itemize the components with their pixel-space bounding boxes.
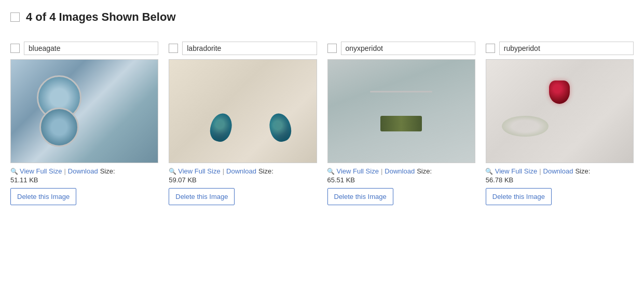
image-thumbnail-labradorite bbox=[169, 59, 317, 163]
separator-rubyperidot: | bbox=[539, 167, 541, 175]
magnify-icon-onyxperidot: 🔍 bbox=[327, 168, 335, 175]
size-value-onyxperidot: 65.51 KB bbox=[327, 176, 475, 184]
image-name-input-blueagate[interactable] bbox=[24, 42, 158, 55]
image-thumbnail-onyxperidot bbox=[327, 59, 475, 163]
page-title: 4 of 4 Images Shown Below bbox=[26, 10, 176, 24]
magnify-icon-rubyperidot: 🔍 bbox=[486, 168, 493, 175]
checkbox-labradorite[interactable] bbox=[169, 44, 178, 53]
checkbox-onyxperidot[interactable] bbox=[327, 44, 337, 53]
image-card-blueagate: 🔍 View Full Size | Download Size: 51.11 … bbox=[10, 42, 158, 205]
info-row-onyxperidot: 🔍 View Full Size | Download Size: bbox=[327, 167, 475, 175]
delete-button-blueagate[interactable]: Delete this Image bbox=[10, 188, 76, 205]
magnify-icon-labradorite: 🔍 bbox=[169, 168, 176, 175]
info-row-blueagate: 🔍 View Full Size | Download Size: bbox=[10, 167, 158, 175]
delete-button-labradorite[interactable]: Delete this Image bbox=[169, 188, 235, 205]
view-full-size-link-blueagate[interactable]: View Full Size bbox=[20, 167, 62, 175]
select-all-checkbox[interactable] bbox=[10, 12, 20, 22]
size-value-rubyperidot: 56.78 KB bbox=[486, 176, 634, 184]
view-full-size-link-onyxperidot[interactable]: View Full Size bbox=[337, 167, 379, 175]
view-full-size-link-labradorite[interactable]: View Full Size bbox=[178, 167, 220, 175]
images-grid: 🔍 View Full Size | Download Size: 51.11 … bbox=[10, 42, 634, 205]
size-value-labradorite: 59.07 KB bbox=[169, 176, 317, 184]
view-full-size-link-rubyperidot[interactable]: View Full Size bbox=[495, 167, 537, 175]
image-info-labradorite: 🔍 View Full Size | Download Size: 59.07 … bbox=[169, 167, 317, 184]
image-label-row-blueagate bbox=[10, 42, 158, 55]
image-label-row-labradorite bbox=[169, 42, 317, 55]
image-card-labradorite: 🔍 View Full Size | Download Size: 59.07 … bbox=[169, 42, 317, 205]
size-label-labradorite: Size: bbox=[258, 167, 273, 175]
image-label-row-rubyperidot bbox=[486, 42, 634, 55]
info-row-labradorite: 🔍 View Full Size | Download Size: bbox=[169, 167, 317, 175]
delete-button-onyxperidot[interactable]: Delete this Image bbox=[327, 188, 393, 205]
info-row-rubyperidot: 🔍 View Full Size | Download Size: bbox=[486, 167, 634, 175]
checkbox-blueagate[interactable] bbox=[10, 44, 20, 53]
image-thumbnail-blueagate bbox=[10, 59, 158, 163]
size-label-onyxperidot: Size: bbox=[417, 167, 432, 175]
separator-labradorite: | bbox=[223, 167, 224, 175]
image-label-row-onyxperidot bbox=[327, 42, 475, 55]
image-card-onyxperidot: 🔍 View Full Size | Download Size: 65.51 … bbox=[327, 42, 475, 205]
size-label-blueagate: Size: bbox=[100, 167, 115, 175]
image-thumbnail-rubyperidot bbox=[486, 59, 634, 163]
separator-onyxperidot: | bbox=[381, 167, 382, 175]
image-name-input-labradorite[interactable] bbox=[182, 42, 317, 55]
magnify-icon-blueagate: 🔍 bbox=[10, 168, 18, 175]
delete-button-rubyperidot[interactable]: Delete this Image bbox=[486, 188, 552, 205]
download-link-labradorite[interactable]: Download bbox=[226, 167, 256, 175]
image-name-input-onyxperidot[interactable] bbox=[341, 42, 475, 55]
image-info-blueagate: 🔍 View Full Size | Download Size: 51.11 … bbox=[10, 167, 158, 184]
image-info-rubyperidot: 🔍 View Full Size | Download Size: 56.78 … bbox=[486, 167, 634, 184]
download-link-onyxperidot[interactable]: Download bbox=[385, 167, 415, 175]
size-label-rubyperidot: Size: bbox=[575, 167, 590, 175]
image-card-rubyperidot: 🔍 View Full Size | Download Size: 56.78 … bbox=[486, 42, 634, 205]
checkbox-rubyperidot[interactable] bbox=[486, 44, 495, 53]
image-name-input-rubyperidot[interactable] bbox=[499, 42, 634, 55]
header: 4 of 4 Images Shown Below bbox=[10, 10, 634, 29]
image-info-onyxperidot: 🔍 View Full Size | Download Size: 65.51 … bbox=[327, 167, 475, 184]
download-link-rubyperidot[interactable]: Download bbox=[543, 167, 573, 175]
page-wrapper: 4 of 4 Images Shown Below 🔍 View Full Si… bbox=[0, 0, 644, 281]
size-value-blueagate: 51.11 KB bbox=[10, 176, 158, 184]
download-link-blueagate[interactable]: Download bbox=[68, 167, 98, 175]
separator-blueagate: | bbox=[64, 167, 65, 175]
